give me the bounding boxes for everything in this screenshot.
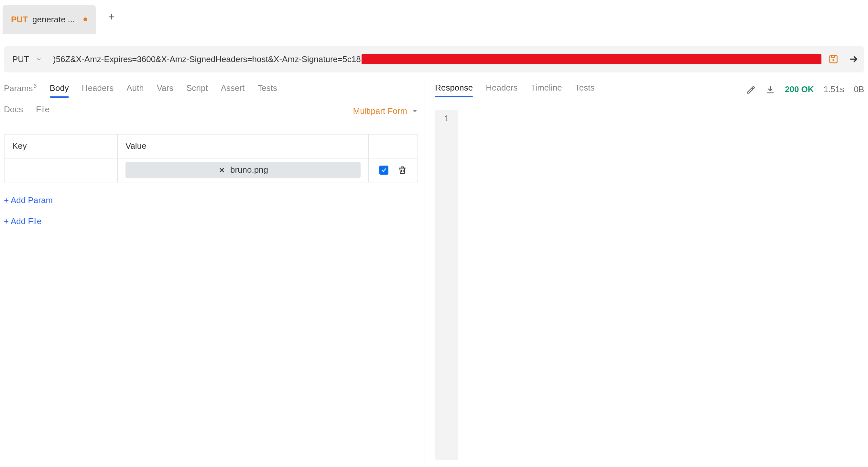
tab-params[interactable]: Params6 xyxy=(4,83,37,97)
method-label: PUT xyxy=(12,54,29,64)
header-key: Key xyxy=(4,134,118,158)
tab-body[interactable]: Body xyxy=(50,83,69,96)
status-code: 200 OK xyxy=(785,85,814,94)
redacted-url-segment xyxy=(362,54,822,64)
tab-tests[interactable]: Tests xyxy=(257,83,277,96)
chevron-down-icon xyxy=(36,56,42,62)
header-actions xyxy=(369,134,417,158)
tab-assert[interactable]: Assert xyxy=(221,83,245,96)
chevron-down-icon xyxy=(412,108,418,114)
tab-method: PUT xyxy=(11,14,28,25)
request-tab[interactable]: PUT generate ... xyxy=(3,5,96,34)
response-time: 1.51s xyxy=(824,85,844,94)
tab-response-tests[interactable]: Tests xyxy=(575,83,595,96)
method-select[interactable]: PUT xyxy=(12,54,46,64)
line-number-gutter: 1 xyxy=(435,110,458,460)
clear-response-icon[interactable] xyxy=(746,85,756,94)
response-body: 1 xyxy=(435,110,868,460)
request-pane: Params6 Body Headers Auth Vars Script As… xyxy=(0,79,425,462)
add-file-link[interactable]: + Add File xyxy=(4,216,418,226)
tab-docs[interactable]: Docs xyxy=(4,104,23,118)
tab-title: generate ... xyxy=(32,14,75,25)
tab-auth[interactable]: Auth xyxy=(126,83,144,96)
tab-headers[interactable]: Headers xyxy=(82,83,114,96)
add-tab-button[interactable] xyxy=(103,9,120,25)
tab-timeline[interactable]: Timeline xyxy=(531,83,562,96)
tab-response[interactable]: Response xyxy=(435,83,473,96)
url-bar: PUT )56Z&X-Amz-Expires=3600&X-Amz-Signed… xyxy=(4,46,864,72)
multipart-table: Key Value bruno.png xyxy=(4,134,418,182)
tab-bar: PUT generate ... xyxy=(0,0,868,34)
row-key-input[interactable] xyxy=(4,158,118,182)
save-icon[interactable] xyxy=(828,54,839,65)
url-text: )56Z&X-Amz-Expires=3600&X-Amz-SignedHead… xyxy=(53,54,361,64)
close-icon[interactable] xyxy=(218,166,226,174)
add-param-link[interactable]: + Add Param xyxy=(4,195,418,205)
file-chip[interactable]: bruno.png xyxy=(125,162,361,178)
body-type-label: Multipart Form xyxy=(353,106,407,116)
table-header: Key Value xyxy=(4,134,417,158)
row-enabled-checkbox[interactable] xyxy=(379,165,389,175)
request-sub-tabs: Params6 Body Headers Auth Vars Script As… xyxy=(4,79,418,121)
header-value: Value xyxy=(118,134,369,158)
tab-vars[interactable]: Vars xyxy=(157,83,174,96)
unsaved-indicator-icon xyxy=(84,18,87,21)
tab-file[interactable]: File xyxy=(36,104,50,118)
response-pane: Response Headers Timeline Tests 200 OK 1… xyxy=(425,79,868,462)
download-response-icon[interactable] xyxy=(766,85,775,94)
send-request-button[interactable] xyxy=(848,54,859,65)
tab-response-headers[interactable]: Headers xyxy=(486,83,518,96)
delete-row-button[interactable] xyxy=(398,165,407,175)
line-number: 1 xyxy=(435,114,458,125)
body-type-select[interactable]: Multipart Form xyxy=(353,106,418,116)
tab-script[interactable]: Script xyxy=(186,83,208,96)
row-value-cell: bruno.png xyxy=(118,158,369,182)
response-size: 0B xyxy=(854,85,864,94)
file-name: bruno.png xyxy=(230,165,268,175)
response-sub-tabs: Response Headers Timeline Tests xyxy=(435,83,594,96)
table-row: bruno.png xyxy=(4,158,417,182)
url-input[interactable]: )56Z&X-Amz-Expires=3600&X-Amz-SignedHead… xyxy=(53,54,822,64)
svg-point-1 xyxy=(832,59,834,61)
